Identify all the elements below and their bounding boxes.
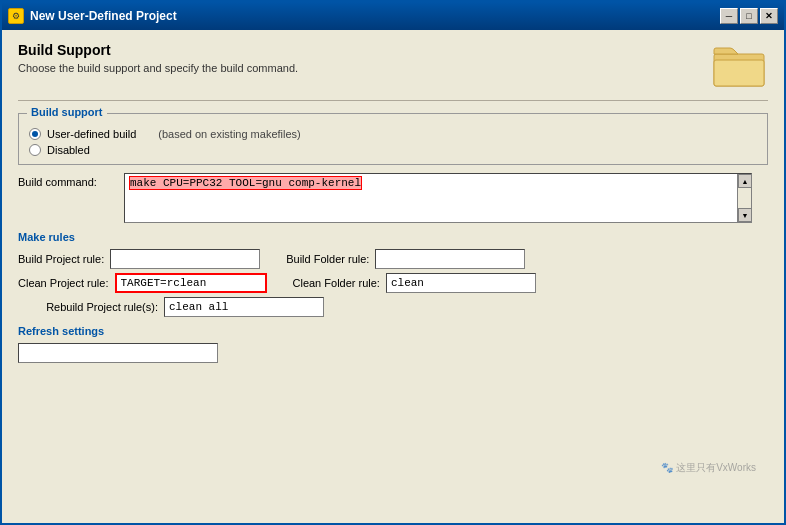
watermark-icon: 🐾	[661, 462, 673, 473]
refresh-row	[18, 343, 768, 363]
watermark-text: 这里只有VxWorks	[676, 462, 756, 473]
build-folder-label: Build Folder rule:	[286, 253, 369, 265]
window-title: New User-Defined Project	[30, 9, 177, 23]
radio-group: User-defined build (based on existing ma…	[29, 128, 757, 156]
main-window: ⚙ New User-Defined Project ─ □ ✕ Build S…	[0, 0, 786, 525]
build-folder-input[interactable]	[375, 249, 525, 269]
svg-rect-1	[714, 60, 764, 86]
content-area: Build Support Choose the build support a…	[2, 30, 784, 523]
build-project-input[interactable]	[110, 249, 260, 269]
radio-user-defined[interactable]: User-defined build (based on existing ma…	[29, 128, 757, 140]
scrollbar-vertical[interactable]: ▲ ▼	[737, 174, 751, 222]
clean-folder-input[interactable]	[386, 273, 536, 293]
clean-folder-label: Clean Folder rule:	[293, 277, 380, 289]
build-command-value[interactable]: make CPU=PPC32 TOOL=gnu comp-kernel	[129, 176, 362, 190]
close-button[interactable]: ✕	[760, 8, 778, 24]
page-title: Build Support	[18, 42, 298, 58]
refresh-section: Refresh settings	[18, 325, 768, 363]
radio-user-defined-input[interactable]	[29, 128, 41, 140]
rebuild-row: Rebuild Project rule(s):	[18, 297, 768, 317]
build-command-label: Build command:	[18, 173, 118, 188]
scroll-up-arrow[interactable]: ▲	[738, 174, 752, 188]
refresh-header: Refresh settings	[18, 325, 768, 337]
clean-project-input[interactable]	[115, 273, 267, 293]
make-rules-row-2: Clean Project rule: Clean Folder rule:	[18, 273, 768, 293]
build-command-container: make CPU=PPC32 TOOL=gnu comp-kernel ▲ ▼	[124, 173, 752, 223]
window-icon: ⚙	[8, 8, 24, 24]
folder-icon	[712, 42, 768, 90]
title-buttons: ─ □ ✕	[720, 8, 778, 24]
page-subtitle: Choose the build support and specify the…	[18, 62, 298, 74]
radio-disabled-label: Disabled	[47, 144, 90, 156]
clean-project-label: Clean Project rule:	[18, 277, 109, 289]
make-rules-header: Make rules	[18, 231, 768, 243]
radio-disabled[interactable]: Disabled	[29, 144, 757, 156]
rebuild-input[interactable]	[164, 297, 324, 317]
header-text: Build Support Choose the build support a…	[18, 42, 298, 74]
radio-disabled-input[interactable]	[29, 144, 41, 156]
title-bar-left: ⚙ New User-Defined Project	[8, 8, 177, 24]
build-project-label: Build Project rule:	[18, 253, 104, 265]
build-command-content: make CPU=PPC32 TOOL=gnu comp-kernel	[125, 174, 751, 192]
refresh-input[interactable]	[18, 343, 218, 363]
minimize-button[interactable]: ─	[720, 8, 738, 24]
title-bar: ⚙ New User-Defined Project ─ □ ✕	[2, 2, 784, 30]
radio-user-defined-label: User-defined build	[47, 128, 136, 140]
make-rules-row-1: Build Project rule: Build Folder rule:	[18, 249, 768, 269]
radio-user-defined-note: (based on existing makefiles)	[158, 128, 300, 140]
build-support-label: Build support	[27, 106, 107, 118]
header-section: Build Support Choose the build support a…	[18, 42, 768, 101]
build-command-row: Build command: make CPU=PPC32 TOOL=gnu c…	[18, 173, 768, 223]
watermark: 🐾 这里只有VxWorks	[661, 461, 756, 475]
rebuild-label: Rebuild Project rule(s):	[18, 301, 158, 313]
build-support-group: Build support User-defined build (based …	[18, 113, 768, 165]
maximize-button[interactable]: □	[740, 8, 758, 24]
make-rules-section: Make rules Build Project rule: Build Fol…	[18, 231, 768, 317]
scroll-down-arrow[interactable]: ▼	[738, 208, 752, 222]
